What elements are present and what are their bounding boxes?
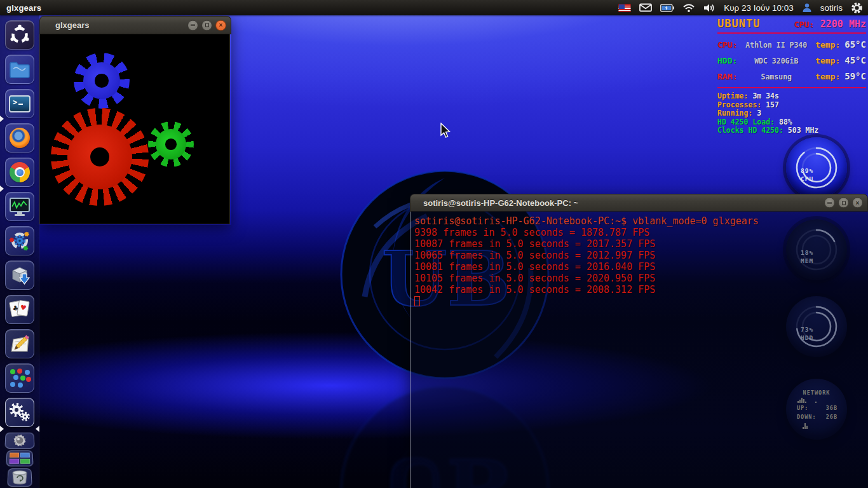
chrome-icon xyxy=(10,162,30,182)
conky-distro-label: UBUNTU xyxy=(717,17,760,30)
conky-separator xyxy=(717,32,866,34)
minimize-button[interactable] xyxy=(187,20,198,30)
terminal-line: 10081 frames in 5.0 seconds = 2016.040 F… xyxy=(414,261,868,273)
terminal-titlebar[interactable]: sotiris@sotiris-HP-G62-Notebook-PC: ~ × xyxy=(410,194,868,212)
session-gear-icon[interactable] xyxy=(851,2,863,14)
red-gear xyxy=(51,108,149,206)
terminal-window: sotiris@sotiris-HP-G62-Notebook-PC: ~ × … xyxy=(410,194,868,488)
glxgears-render-area xyxy=(39,34,230,224)
user-icon xyxy=(802,3,812,13)
launcher-item-ubuntu-dash[interactable] xyxy=(5,20,34,50)
glxgears-window-title: glxgears xyxy=(55,20,89,30)
folder-icon xyxy=(9,60,31,78)
pencil-paper-icon xyxy=(9,334,31,354)
colored-balls-icon xyxy=(9,368,31,388)
terminal-line: 10065 frames in 5.0 seconds = 2012.997 F… xyxy=(414,250,868,261)
keyboard-layout-flag-icon[interactable] xyxy=(618,4,631,12)
session-username[interactable]: sotiris xyxy=(820,3,843,13)
trash-bin-icon xyxy=(11,470,29,485)
focused-indicator-glxgears xyxy=(36,426,39,432)
launcher-item-system-tools[interactable] xyxy=(5,226,34,255)
terminal-line: sotiris@sotiris-HP-G62-Notebook-PC:~$ vb… xyxy=(414,215,868,227)
launcher-item-solitaire[interactable]: ♣ ♥ xyxy=(5,295,34,324)
desktop: UB UB glxgears xyxy=(0,0,868,488)
clock-indicator[interactable]: Κυρ 23 Ιούν 10:03 xyxy=(724,3,794,13)
system-tools-gears-icon xyxy=(9,230,31,252)
workspace-grid-icon xyxy=(10,453,31,464)
conky-system-monitor: UBUNTU CPU: 2200 MHz CPU: Athlon II P340… xyxy=(717,17,866,135)
conky-uptime: Uptime: 3m 34s xyxy=(717,92,866,101)
firefox-icon xyxy=(10,128,30,148)
conky-processes: Processes: 157 xyxy=(717,101,866,110)
mace-ball-icon xyxy=(12,433,28,448)
terminal-line: 10042 frames in 5.0 seconds = 2008.312 F… xyxy=(414,284,868,295)
conky-cpu-freq-value: 2200 MHz xyxy=(820,18,866,30)
launcher-item-trash[interactable] xyxy=(7,468,32,487)
mail-icon[interactable] xyxy=(639,3,652,12)
top-panel: glxgears Κυρ 23 Ιο xyxy=(0,0,868,15)
wifi-icon[interactable] xyxy=(682,3,695,13)
launcher-item-glxgears[interactable] xyxy=(5,398,34,427)
minimize-button[interactable] xyxy=(824,198,835,208)
conky-cpu-row: CPU: Athlon II P340 temp: 65°C xyxy=(717,39,866,50)
blue-gear xyxy=(74,53,130,109)
panel-active-app-title: glxgears xyxy=(6,3,41,13)
terminal-icon: > xyxy=(9,95,31,112)
close-button[interactable]: × xyxy=(215,20,226,30)
launcher-item-text-editor[interactable] xyxy=(5,329,34,358)
maximize-button[interactable] xyxy=(838,198,849,208)
running-indicator-chrome xyxy=(0,186,4,192)
terminal-content[interactable]: sotiris@sotiris-HP-G62-Notebook-PC:~$ vb… xyxy=(410,212,868,488)
running-indicator-terminal xyxy=(0,116,4,122)
conky-running: Running: 3 xyxy=(717,109,866,118)
gears-icon xyxy=(8,402,31,423)
terminal-line: 9398 frames in 5.0 seconds = 1878.787 FP… xyxy=(414,227,868,238)
green-gear xyxy=(148,121,194,167)
conky-separator xyxy=(717,87,866,88)
launcher-item-terminal[interactable]: > xyxy=(5,89,34,118)
launcher-item-firefox[interactable] xyxy=(5,123,34,152)
launcher-item-system-monitor[interactable] xyxy=(5,192,34,221)
launcher-item-balls-game[interactable] xyxy=(5,363,34,393)
system-monitor-icon xyxy=(9,197,31,217)
running-indicator-glxgears xyxy=(0,426,4,432)
mouse-cursor xyxy=(440,123,454,139)
launcher-item-workspace-switcher[interactable] xyxy=(6,451,33,466)
conky-gpu-clock: Clocks HD 4250: 503 MHz xyxy=(717,126,866,135)
terminal-line: 10105 frames in 5.0 seconds = 2020.950 F… xyxy=(414,273,868,284)
terminal-line: 10087 frames in 5.0 seconds = 2017.357 F… xyxy=(414,238,868,250)
ubuntu-logo-icon xyxy=(9,24,31,46)
conky-ram-row: RAM: Samsung temp: 59°C xyxy=(717,71,866,81)
launcher-item-mace-game[interactable] xyxy=(4,433,34,449)
conky-gpu-load: HD 4250 Load: 88% xyxy=(717,118,866,127)
package-box-arrow-icon xyxy=(9,265,31,286)
conky-hdd-row: HDD: WDC 320GiB temp: 45°C xyxy=(717,55,866,65)
cpu-gauge: 89%CPU xyxy=(786,137,847,198)
playing-cards-icon: ♣ ♥ xyxy=(9,299,31,320)
glxgears-window: glxgears × xyxy=(39,16,231,225)
conky-cpu-freq-label: CPU: xyxy=(794,20,814,29)
launcher-item-file-manager[interactable] xyxy=(5,55,34,84)
terminal-cursor xyxy=(414,296,420,306)
battery-icon[interactable] xyxy=(660,4,674,12)
terminal-window-title: sotiris@sotiris-HP-G62-Notebook-PC: ~ xyxy=(423,198,578,208)
maximize-button[interactable] xyxy=(201,20,212,30)
launcher-item-package-installer[interactable] xyxy=(5,261,34,290)
close-button[interactable]: × xyxy=(852,198,863,208)
indicator-tray: Κυρ 23 Ιούν 10:03 sotiris xyxy=(618,2,863,14)
launcher-item-chrome[interactable] xyxy=(5,158,34,187)
volume-icon[interactable] xyxy=(703,3,715,13)
glxgears-titlebar[interactable]: glxgears × xyxy=(39,16,231,34)
unity-launcher: > xyxy=(0,15,39,488)
